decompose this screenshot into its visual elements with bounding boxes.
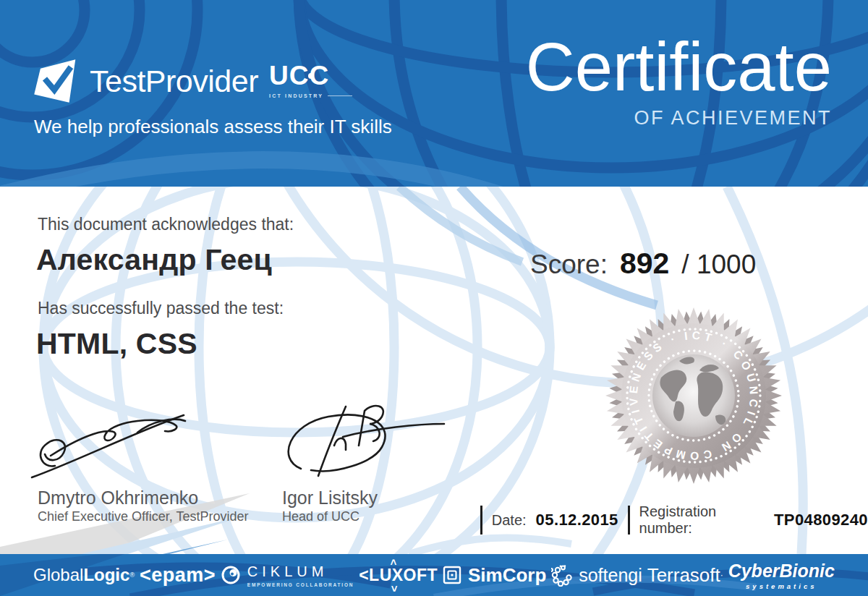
passed-label: Has successfully passed the test: [38, 299, 284, 318]
registration-label: Registration number: [639, 503, 765, 537]
footer-band: GlobalLogic® <epam> CIKLUM EMPOWERING CO… [0, 554, 868, 596]
certificate-page: TestProvider UCC ICT INDUSTRY We help pr… [0, 0, 868, 596]
softengi-molecule-icon [551, 564, 574, 587]
epam-logo: <epam> [140, 564, 216, 587]
tagline: We help professionals assess their IT sk… [34, 116, 392, 138]
terrasoft-text: Terrasoft [647, 564, 720, 587]
luxoft-logo: < <LUXOFT < [359, 566, 438, 585]
cyberbionic-text: CyberBionic [728, 561, 835, 582]
registration-value: TP04809240 [774, 511, 868, 529]
signer-2-title: Head of UCC [282, 509, 359, 524]
caret-up-icon: < [388, 558, 400, 565]
test-name: HTML, CSS [36, 327, 197, 361]
score-row: Score: 892 / 1000 [530, 247, 756, 281]
ucc-subtitle: ICT INDUSTRY [269, 93, 323, 98]
ict-council-seal: ICT · COUNCIL ON COMPETITIVENESS · [605, 307, 783, 485]
softengi-logo: softengi [551, 564, 642, 587]
cyberbionic-subtext: systematics [746, 582, 817, 590]
date-value: 05.12.2015 [536, 511, 618, 529]
acknowledge-label: This document acknowledges that: [38, 215, 294, 234]
simcorp-text: SimCorp [468, 564, 546, 587]
certificate-title-block: Certificate OF ACHIEVEMENT [526, 30, 832, 129]
ciklum-logo: CIKLUM EMPOWERING COLLABORATION [221, 563, 354, 587]
certificate-title: Certificate [526, 30, 832, 104]
simcorp-square-icon [443, 566, 461, 584]
recipient-name: Александр Геец [36, 243, 272, 277]
brand-name: TestProvider [90, 64, 258, 99]
partner-logos: GlobalLogic® <epam> CIKLUM EMPOWERING CO… [0, 554, 868, 596]
signer-1-title: Chief Executive Officer, TestProvider [38, 509, 248, 524]
seal-globe-icon [652, 354, 735, 437]
brand-logo: TestProvider [33, 52, 258, 110]
certificate-subtitle: OF ACHIEVEMENT [526, 107, 832, 129]
signer-1-name: Dmytro Okhrimenko [38, 488, 198, 508]
testprovider-check-icon [33, 52, 78, 110]
score-total: / 1000 [681, 250, 756, 280]
epam-text: <epam> [140, 564, 216, 587]
simcorp-logo: SimCorp [443, 564, 546, 587]
caret-down-icon: < [388, 584, 400, 591]
ucc-logo: UCC ICT INDUSTRY [269, 62, 352, 98]
chevron-left-icon: < [359, 566, 369, 585]
registered-mark: ® [129, 571, 135, 579]
meta-row: Date: 05.12.2015 Registration number: TP… [480, 504, 868, 536]
score-label: Score: [530, 250, 608, 280]
globallogic-logo: GlobalLogic® [33, 565, 135, 585]
terrasoft-logo: Terrasoft· [647, 564, 723, 587]
ciklum-circle-icon [221, 565, 241, 585]
signature-okhrimenko [29, 399, 199, 482]
softengi-text: softengi [579, 565, 642, 586]
ciklum-subtext: EMPOWERING COLLABORATION [247, 582, 354, 587]
signer-2-name: Igor Lisitsky [282, 488, 378, 508]
terrasoft-mark: · [720, 570, 723, 580]
score-value: 892 [620, 247, 669, 281]
luxoft-text: LUXOFT [369, 566, 438, 585]
divider [628, 506, 630, 535]
globallogic-text-1: Global [33, 565, 83, 585]
cyberbionic-logo: CyberBionic systematics [728, 561, 835, 590]
divider [480, 506, 482, 535]
signature-lisitsky [273, 399, 447, 482]
header-band: TestProvider UCC ICT INDUSTRY We help pr… [0, 0, 868, 187]
ciklum-text: CIKLUM [247, 563, 354, 580]
date-label: Date: [492, 512, 527, 529]
ucc-divider [328, 95, 352, 96]
globallogic-text-2: Logic [83, 565, 129, 585]
